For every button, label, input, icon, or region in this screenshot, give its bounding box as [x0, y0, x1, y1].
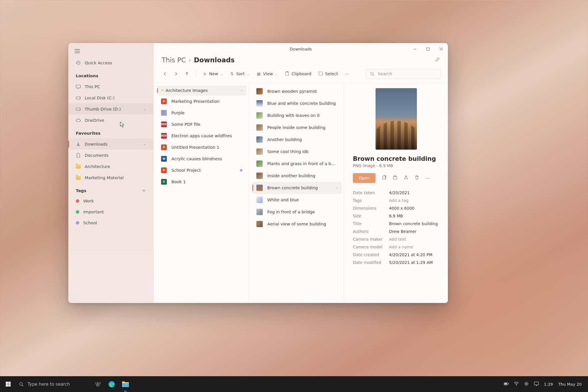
settings-icon[interactable] — [524, 381, 529, 387]
file-explorer-app[interactable] — [119, 376, 132, 392]
svg-point-23 — [516, 385, 517, 385]
search-input[interactable]: Search — [366, 69, 441, 79]
minimize-button[interactable] — [408, 43, 421, 55]
battery-icon[interactable] — [504, 381, 509, 387]
file-item[interactable]: PMarketing Presentation — [157, 96, 246, 107]
sidebar: Quick Access Locations This PCLocal Disk… — [68, 43, 154, 303]
taskbar-date[interactable]: Thu May 20 — [558, 382, 582, 387]
meta-value[interactable]: Add text — [389, 237, 439, 242]
notifications-icon[interactable] — [534, 381, 539, 387]
file-item[interactable]: Brown concrete building› — [252, 182, 342, 194]
file-label: Fog in front of a bridge — [267, 210, 315, 214]
taskbar-time[interactable]: 1:29 — [544, 382, 553, 387]
file-item[interactable]: Fog in front of a bridge — [252, 206, 342, 218]
sidebar-favourite-2[interactable]: Architecture — [68, 161, 153, 172]
copy-button[interactable] — [382, 175, 386, 181]
chevron-down-icon: ⌄ — [143, 107, 146, 111]
nav-up-button[interactable] — [182, 69, 192, 78]
sort-button[interactable]: ⇅Sort⌄ — [227, 70, 252, 78]
delete-button[interactable] — [415, 175, 419, 181]
file-type-icon: P — [161, 144, 167, 150]
file-type-icon: W — [161, 156, 167, 162]
select-button[interactable]: Select — [316, 70, 341, 78]
file-item[interactable]: Brown wooden pyramid — [252, 85, 342, 97]
sidebar-location-0[interactable]: This PC — [68, 81, 153, 92]
taskbar-search[interactable]: Type here to search — [15, 379, 90, 390]
file-item[interactable]: Architecture Images› — [157, 85, 246, 96]
add-tag-button[interactable]: + — [142, 188, 146, 193]
sidebar-tag-1[interactable]: Important — [68, 206, 153, 217]
sidebar-tag-0[interactable]: Work — [68, 196, 153, 206]
task-view-button[interactable] — [91, 376, 105, 392]
titlebar[interactable]: Downloads — [154, 43, 448, 55]
svg-point-10 — [371, 72, 373, 75]
file-item[interactable]: People inside some building — [252, 121, 342, 134]
sidebar-location-1[interactable]: Local Disk (C:) — [68, 92, 153, 103]
share-button[interactable] — [404, 175, 408, 181]
preview-thumbnail[interactable] — [376, 88, 417, 150]
open-with-button[interactable] — [393, 175, 397, 181]
file-item[interactable]: PUntitled Presentation 1 — [157, 142, 246, 153]
file-item[interactable]: Blue and white concrete building — [252, 97, 342, 109]
metadata-grid: Date taken4/20/2021TagsAdd a tagDimensio… — [353, 190, 439, 265]
file-type-icon: PDF — [161, 121, 167, 127]
file-item[interactable]: White and blue — [252, 194, 342, 206]
svg-point-3 — [79, 98, 80, 98]
breadcrumb-root[interactable]: This PC — [162, 56, 186, 64]
sidebar-quick-access[interactable]: Quick Access — [68, 57, 153, 68]
sidebar-favourite-0[interactable]: Downloads⌄ — [68, 138, 153, 150]
svg-point-13 — [20, 383, 22, 385]
sidebar-tag-2[interactable]: School — [68, 217, 153, 228]
file-item[interactable]: PSchool Project — [157, 165, 246, 176]
edge-app[interactable] — [105, 376, 118, 392]
meta-key: Size — [353, 214, 389, 218]
meta-key: Camera model — [353, 245, 389, 249]
sidebar-location-3[interactable]: OneDrive — [68, 115, 153, 126]
wifi-icon[interactable] — [514, 381, 519, 387]
details-pane: Brown concrete building PNG image - 6.9 … — [344, 83, 448, 303]
file-explorer-window: Quick Access Locations This PCLocal Disk… — [68, 43, 448, 303]
svg-rect-15 — [98, 382, 100, 384]
file-label: Aerial view of some building — [267, 222, 326, 226]
file-item[interactable]: PDFElectron apps cause wildfires — [157, 130, 246, 142]
file-item[interactable]: Building with leaves on it — [252, 109, 342, 121]
svg-rect-16 — [96, 385, 99, 386]
meta-key: Tags — [353, 198, 389, 203]
view-button[interactable]: ▦View⌄ — [254, 70, 281, 78]
file-item[interactable]: Plants and grass in front of a building — [252, 158, 342, 170]
more-button[interactable]: ⋯ — [343, 69, 352, 78]
file-item[interactable]: Another building — [252, 134, 342, 146]
more-actions-button[interactable]: ⋯ — [425, 175, 431, 181]
file-item[interactable]: Aerial view of some building — [252, 218, 342, 230]
meta-value[interactable]: Add a tag — [389, 198, 439, 203]
file-item[interactable]: Inside another building — [252, 170, 342, 182]
meta-key: Authors — [353, 229, 389, 234]
sidebar-location-2[interactable]: Thumb Drive (D:)⌄ — [68, 103, 153, 115]
clipboard-button[interactable]: Clipboard — [282, 69, 314, 78]
hamburger-button[interactable] — [68, 45, 153, 57]
meta-value[interactable]: Add a name — [389, 245, 439, 249]
close-button[interactable] — [435, 43, 448, 55]
details-actions: Open ⋯ — [353, 173, 439, 183]
maximize-button[interactable] — [421, 43, 435, 55]
file-label: Architecture Images — [166, 88, 208, 93]
file-item[interactable]: PDFSome PDF file — [157, 119, 246, 130]
new-button[interactable]: +New⌄ — [200, 70, 226, 78]
nav-forward-button[interactable] — [171, 69, 181, 78]
sidebar-favourite-1[interactable]: Documents — [68, 150, 153, 161]
open-button[interactable]: Open — [353, 173, 376, 183]
start-button[interactable] — [1, 376, 15, 392]
file-item[interactable]: XBook 1 — [157, 176, 246, 188]
system-tray: 1:29 Thu May 20 — [504, 381, 587, 387]
image-thumbnail — [256, 185, 263, 191]
file-item[interactable]: Some cool thing idk — [252, 146, 342, 158]
edit-path-button[interactable] — [435, 57, 440, 63]
meta-key: Camera maker — [353, 237, 389, 242]
file-item[interactable]: Purple — [157, 107, 246, 119]
sidebar-favourite-3[interactable]: Marketing Material — [68, 172, 153, 183]
file-item[interactable]: WAcrylic causes blindness — [157, 153, 246, 165]
file-label: Marketing Presentation — [171, 99, 220, 104]
location-label: Thumb Drive (D:) — [85, 107, 121, 111]
file-label: Untitled Presentation 1 — [171, 145, 219, 150]
nav-back-button[interactable] — [160, 69, 170, 78]
